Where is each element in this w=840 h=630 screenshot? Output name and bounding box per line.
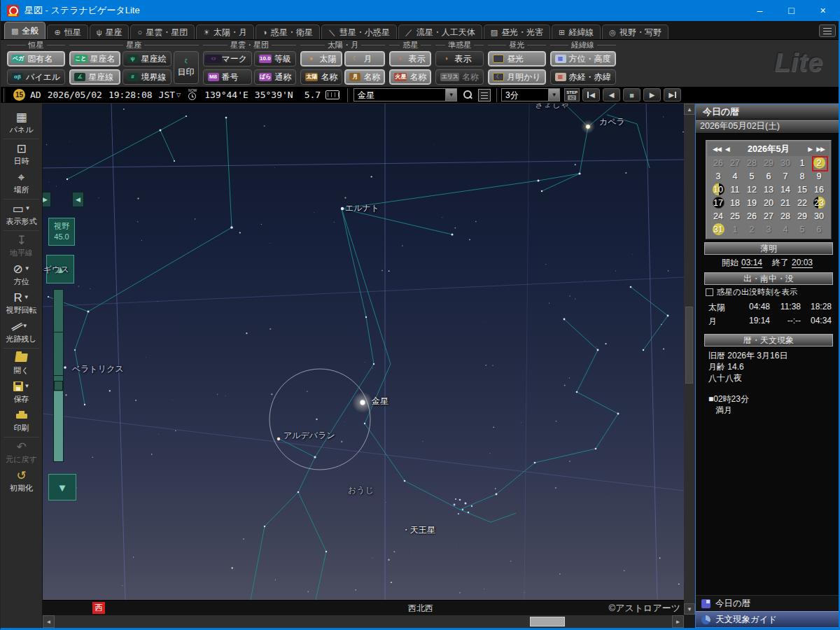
calendar-day-29[interactable]: 29 xyxy=(794,209,811,223)
ribbon-button-月[interactable]: ☾月 xyxy=(344,51,385,66)
tab-恒星[interactable]: ⊕恒星 xyxy=(47,24,88,39)
calendar-day-14[interactable]: 14 xyxy=(777,183,794,196)
panel-tab-今日の暦[interactable]: 今日の暦 xyxy=(696,595,840,611)
calendar-day-7[interactable]: 7 xyxy=(777,169,794,183)
ribbon-button-月明かり[interactable]: ☾月明かり xyxy=(488,69,546,85)
stop-button[interactable]: ■ xyxy=(623,88,640,102)
calendar-day-5[interactable]: 5 xyxy=(743,169,760,183)
calendar-day-5-adjacent[interactable]: 5 xyxy=(794,223,811,236)
sidebar-item-光跡残し[interactable]: ∥▼光跡残し xyxy=(1,319,42,344)
next-year-icon[interactable]: ▶▶ xyxy=(814,146,827,153)
jump-start-button[interactable]: ◀ xyxy=(582,88,600,102)
ribbon-button-バイエル[interactable]: αβバイエル xyxy=(7,69,65,85)
calendar-day-30-adjacent[interactable]: 30 xyxy=(777,156,794,169)
tab-overflow-menu-button[interactable] xyxy=(819,24,836,37)
calendar-day-15[interactable]: 15 xyxy=(794,183,811,196)
slider-handle-right-icon[interactable]: ◀ xyxy=(72,192,84,207)
ribbon-button-方位・高度[interactable]: ▦方位・高度 xyxy=(550,51,616,66)
ribbon-button-太陽[interactable]: ●太陽 xyxy=(300,51,342,66)
ribbon-button-目印[interactable]: ζ目印 xyxy=(174,51,199,84)
ribbon-button-昼光[interactable]: 昼光 xyxy=(488,51,546,66)
sidebar-item-元に戻す[interactable]: ↶元に戻す xyxy=(1,440,42,465)
time-value[interactable]: 19:28:08 xyxy=(108,90,153,100)
scroll-left-icon[interactable]: ◄ xyxy=(43,615,55,628)
calendar-day-27-adjacent[interactable]: 27 xyxy=(727,156,743,169)
hscroll-thumb[interactable] xyxy=(530,617,565,626)
ribbon-button-表示[interactable]: ◑表示 xyxy=(435,51,484,66)
combo-dropdown-icon[interactable]: ▼ xyxy=(548,89,559,101)
calendar-day-11[interactable]: 11 xyxy=(727,183,743,196)
calendar-day-23[interactable]: 23 xyxy=(811,196,827,209)
tab-経緯線[interactable]: ⊞経緯線 xyxy=(552,24,601,39)
sidebar-item-パネル[interactable]: ▦パネル xyxy=(1,110,42,135)
calendar-day-26[interactable]: 26 xyxy=(743,209,760,223)
sidebar-item-視野回転[interactable]: R▼視野回転 xyxy=(1,290,42,316)
star-chart[interactable]: ぎょしゃカペラエルナトベテルギウスベラトリクスアルデバラン金星おうじ・天王星 視… xyxy=(43,104,684,600)
tab-流星・人工天体[interactable]: ／流星・人工天体 xyxy=(398,24,482,39)
sidebar-item-表示形式[interactable]: ▭▼表示形式 xyxy=(1,202,42,227)
sidebar-item-初期化[interactable]: ↺初期化 xyxy=(1,468,42,493)
scroll-right-icon[interactable]: ► xyxy=(672,615,684,628)
calendar-day-18[interactable]: 18 xyxy=(727,196,743,209)
tab-星座[interactable]: ψ星座 xyxy=(90,24,130,39)
sidebar-item-印刷[interactable]: 印刷 xyxy=(1,408,42,433)
calendar-day-8[interactable]: 8 xyxy=(794,169,811,183)
pan-down-button[interactable]: ▼ xyxy=(48,474,76,500)
calendar-day-16[interactable]: 16 xyxy=(811,183,827,196)
sidebar-item-日時[interactable]: ⊡日時 xyxy=(1,141,42,167)
ribbon-button-名称[interactable]: 月名称 xyxy=(344,69,385,85)
search-icon[interactable] xyxy=(461,89,474,102)
ribbon-button-名称[interactable]: 太陽名称 xyxy=(300,69,342,85)
magnitude-value[interactable]: 5.7 xyxy=(304,90,321,100)
timezone-dropdown-icon[interactable]: ▽ xyxy=(176,92,181,98)
zoom-slider[interactable] xyxy=(53,289,64,462)
combo-dropdown-icon[interactable]: ▼ xyxy=(445,89,456,101)
pan-up-button[interactable]: ▲ xyxy=(46,255,74,284)
ribbon-button-星座絵[interactable]: ψ星座絵 xyxy=(122,51,172,66)
ribbon-button-名称[interactable]: エリス名称 xyxy=(435,69,484,85)
vertical-scrollbar[interactable]: ▲ ▼ xyxy=(684,104,695,615)
sidebar-item-地平線[interactable]: ↧地平線 xyxy=(1,233,42,258)
date-value[interactable]: 2026/05/02 xyxy=(48,90,102,100)
ribbon-button-通称[interactable]: ばら通称 xyxy=(254,69,296,85)
tab-惑星・衛星[interactable]: ◑惑星・衛星 xyxy=(255,24,320,39)
ribbon-button-固有名[interactable]: ベガ固有名 xyxy=(7,51,65,66)
tab-昼光・光害[interactable]: ▨昼光・光害 xyxy=(484,24,550,39)
calendar-day-27[interactable]: 27 xyxy=(760,209,777,223)
calendar-day-25[interactable]: 25 xyxy=(727,209,743,223)
sidebar-item-場所[interactable]: ⌖場所 xyxy=(1,170,42,195)
calendar-day-21[interactable]: 21 xyxy=(777,196,794,209)
calendar-day-29-adjacent[interactable]: 29 xyxy=(760,156,777,169)
calendar-day-30[interactable]: 30 xyxy=(811,209,827,223)
calendar-day-6-adjacent[interactable]: 6 xyxy=(811,223,827,236)
keyboard-input-icon[interactable] xyxy=(326,90,340,99)
ribbon-button-赤経・赤緯[interactable]: ▦赤経・赤緯 xyxy=(550,69,616,85)
tab-視野・写野[interactable]: ◎視野・写野 xyxy=(602,24,668,39)
calendar-day-12[interactable]: 12 xyxy=(743,183,760,196)
calendar-day-20[interactable]: 20 xyxy=(760,196,777,209)
prev-year-icon[interactable]: ◀◀ xyxy=(710,146,723,153)
sidebar-item-開く[interactable]: 開く xyxy=(1,351,42,376)
set-now-clock-icon[interactable]: NOW xyxy=(186,89,199,102)
target-object-combobox[interactable]: 金星 ▼ xyxy=(354,88,457,102)
ribbon-button-星座名[interactable]: こと星座名 xyxy=(69,51,120,66)
latitude-value[interactable]: 35°39'N xyxy=(255,90,293,100)
calendar-day-1[interactable]: 1 xyxy=(794,156,811,169)
calendar-day-1-adjacent[interactable]: 1 xyxy=(727,223,743,236)
sidebar-item-保存[interactable]: ▼保存 xyxy=(1,379,42,405)
calendar-day-24[interactable]: 24 xyxy=(710,209,727,223)
object-list-icon[interactable] xyxy=(478,89,491,102)
ribbon-button-表示[interactable]: ●表示 xyxy=(389,51,431,66)
vscroll-thumb[interactable] xyxy=(685,307,693,384)
calendar-day-4[interactable]: 4 xyxy=(727,169,743,183)
twilight-start-time[interactable]: 03:14 xyxy=(741,258,762,268)
calendar-day-4-adjacent[interactable]: 4 xyxy=(777,223,794,236)
tab-太陽・月[interactable]: ☀太陽・月 xyxy=(196,24,254,39)
step-back-button[interactable]: ◀ xyxy=(603,88,620,102)
next-month-icon[interactable]: ▶ xyxy=(806,146,814,153)
calendar-day-28[interactable]: 28 xyxy=(777,209,794,223)
calendar-day-2[interactable]: 2 xyxy=(811,156,827,169)
calendar-day-6[interactable]: 6 xyxy=(760,169,777,183)
tab-全般[interactable]: ▩全般 xyxy=(4,22,46,39)
step-x2-button[interactable]: STEP x2 xyxy=(564,88,580,102)
